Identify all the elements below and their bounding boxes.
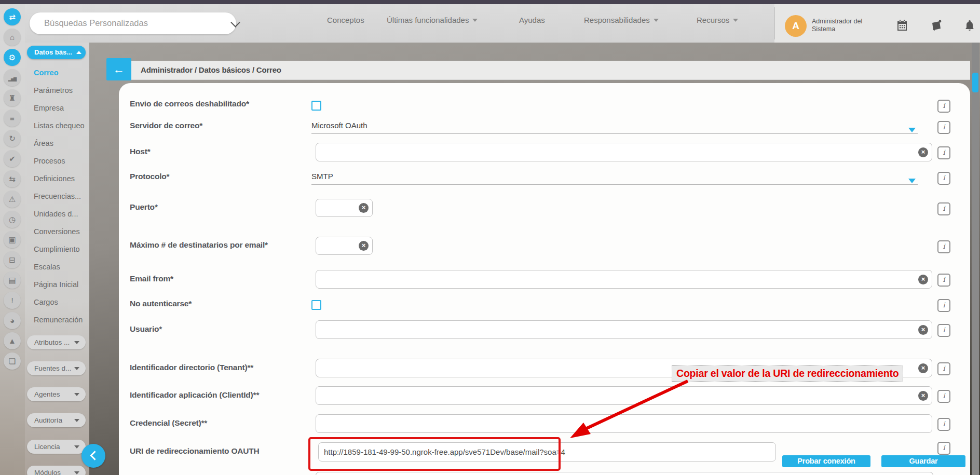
sidebar-item-remuneracion[interactable]: Remuneración bbox=[34, 316, 88, 324]
field-label-protocolo: Protocolo* bbox=[130, 172, 311, 181]
sidebar-item-unidades[interactable]: Unidades d... bbox=[34, 210, 88, 218]
sidebar-item-listas-chequeo[interactable]: Listas chequeo bbox=[34, 121, 88, 130]
scrollbar-thumb[interactable] bbox=[972, 73, 978, 92]
nav-responsabilidades[interactable]: Responsabilidades bbox=[584, 16, 659, 24]
sidebar-section-datos-basicos[interactable]: Datos bás... bbox=[27, 46, 86, 59]
back-button[interactable]: ← bbox=[106, 58, 131, 80]
pie-chart-icon[interactable]: ◕ bbox=[4, 312, 21, 329]
info-icon[interactable]: i bbox=[937, 442, 950, 455]
field-label-maximo: Máximo # de destinatarios por email* bbox=[130, 240, 311, 250]
nav-ayudas[interactable]: Ayudas bbox=[519, 16, 545, 24]
user-name: Administrador del Sistema bbox=[812, 18, 862, 33]
sidebar-group-agentes[interactable]: Agentes bbox=[27, 387, 86, 401]
field-label-secret: Credencial (Secret)** bbox=[130, 418, 311, 428]
sidebar-item-parametros[interactable]: Parámetros bbox=[34, 86, 88, 94]
chevron-down-icon bbox=[74, 393, 79, 396]
clear-icon[interactable]: × bbox=[918, 275, 928, 284]
avatar[interactable]: A bbox=[785, 15, 807, 37]
email-from-input[interactable] bbox=[316, 270, 932, 289]
info-icon[interactable]: i bbox=[937, 362, 950, 375]
info-icon[interactable]: i bbox=[937, 202, 950, 215]
info-icon[interactable]: i bbox=[937, 418, 950, 431]
bar-chart-icon[interactable]: ▂▅▇ bbox=[4, 69, 21, 86]
chevron-down-icon bbox=[74, 445, 79, 449]
warning-icon[interactable]: ⚠ bbox=[4, 191, 21, 208]
info-icon[interactable]: i bbox=[937, 324, 950, 337]
gear-icon[interactable]: ⚙ bbox=[4, 49, 21, 66]
calendar-icon[interactable] bbox=[896, 19, 908, 32]
notes-icon[interactable] bbox=[930, 19, 943, 32]
info-icon[interactable]: i bbox=[937, 100, 950, 113]
sidebar-group-fuentes[interactable]: Fuentes d... bbox=[27, 361, 86, 375]
sync-icon[interactable]: ↻ bbox=[4, 130, 21, 147]
field-label-tenant: Identificador directorio (Tenant)** bbox=[130, 363, 311, 372]
field-label-clientid: Identificador aplicación (ClientId)** bbox=[130, 390, 311, 400]
save-button[interactable]: Guardar bbox=[881, 455, 965, 467]
usuario-input[interactable] bbox=[316, 320, 932, 339]
chevron-left-icon bbox=[90, 451, 99, 460]
clear-icon[interactable]: × bbox=[918, 363, 928, 373]
book-icon[interactable]: ❏ bbox=[4, 352, 21, 370]
no-autenticarse-checkbox[interactable] bbox=[311, 300, 321, 310]
shuffle-icon[interactable]: ⇄ bbox=[4, 8, 21, 25]
protocolo-select[interactable]: SMTP bbox=[311, 172, 333, 181]
sidebar-group-modulos[interactable]: Módulos bbox=[27, 466, 86, 475]
sidebar-item-definiciones[interactable]: Definiciones bbox=[34, 174, 88, 183]
form-list-icon[interactable]: ▤ bbox=[4, 272, 21, 289]
info-icon[interactable]: i bbox=[937, 121, 950, 134]
sidebar-group-licencia[interactable]: Licencia bbox=[27, 440, 86, 454]
rook-icon[interactable]: ♜ bbox=[4, 89, 21, 106]
select-underline bbox=[311, 184, 918, 185]
sidebar-item-pagina-inicial[interactable]: Página Inicial bbox=[34, 280, 88, 289]
chevron-down-icon bbox=[74, 419, 79, 422]
sidebar-item-areas[interactable]: Áreas bbox=[34, 139, 88, 147]
clock-icon[interactable]: ◷ bbox=[4, 211, 21, 228]
info-icon[interactable]: i bbox=[937, 240, 950, 253]
test-connection-button[interactable]: Probar conexión bbox=[782, 455, 870, 467]
nav-recursos[interactable]: Recursos bbox=[697, 16, 738, 24]
clear-icon[interactable]: × bbox=[918, 147, 928, 157]
scrollbar-track[interactable] bbox=[972, 43, 979, 475]
sidebar-item-escalas[interactable]: Escalas bbox=[34, 263, 88, 271]
sidebar-item-empresa[interactable]: Empresa bbox=[34, 104, 88, 112]
sidebar-item-cargos[interactable]: Cargos bbox=[34, 298, 88, 306]
info-icon[interactable]: i bbox=[937, 172, 950, 185]
clear-icon[interactable]: × bbox=[918, 391, 928, 401]
info-icon[interactable]: i bbox=[937, 146, 950, 159]
custom-searches-dropdown[interactable]: Búsquedas Personalizadas bbox=[30, 12, 236, 34]
clear-icon[interactable]: × bbox=[359, 241, 369, 251]
sidebar-group-auditoria[interactable]: Auditoría bbox=[27, 413, 86, 427]
dropdown-arrow-icon[interactable] bbox=[908, 128, 916, 132]
host-input[interactable] bbox=[316, 143, 932, 161]
sidebar-item-correo[interactable]: Correo bbox=[34, 69, 88, 77]
info-icon[interactable]: i bbox=[937, 299, 950, 312]
home-icon[interactable]: ⌂ bbox=[4, 29, 21, 46]
nav-ultimas-funcionalidades[interactable]: Últimas funcionalidades bbox=[387, 16, 478, 24]
chevron-down-icon bbox=[654, 19, 659, 22]
presentation-icon[interactable]: ⊟ bbox=[4, 251, 21, 268]
exclamation-icon[interactable]: ! bbox=[4, 292, 21, 309]
envio-checkbox[interactable] bbox=[311, 101, 321, 111]
bell-icon[interactable] bbox=[963, 19, 976, 32]
dropdown-arrow-icon[interactable] bbox=[908, 179, 916, 183]
clear-icon[interactable]: × bbox=[918, 325, 928, 335]
briefcase-icon[interactable]: ▣ bbox=[4, 231, 21, 248]
chevron-down-icon bbox=[74, 471, 79, 474]
custom-searches-label: Búsquedas Personalizadas bbox=[44, 18, 148, 28]
sidebar-collapse-button[interactable] bbox=[81, 444, 105, 468]
clear-icon[interactable]: × bbox=[359, 203, 369, 213]
sliders-icon[interactable]: ⇆ bbox=[4, 170, 21, 187]
sidebar-item-procesos[interactable]: Procesos bbox=[34, 157, 88, 165]
check-icon[interactable]: ✔ bbox=[4, 150, 21, 167]
database-icon[interactable]: ≡ bbox=[4, 110, 21, 127]
info-icon[interactable]: i bbox=[937, 274, 950, 287]
sidebar-item-cumplimiento[interactable]: Cumplimiento bbox=[34, 245, 88, 253]
servidor-select[interactable]: Microsoft OAuth bbox=[311, 121, 367, 130]
nav-conceptos[interactable]: Conceptos bbox=[327, 16, 364, 24]
info-icon[interactable]: i bbox=[937, 390, 950, 403]
annotation-arrow bbox=[561, 377, 696, 444]
pyramid-icon[interactable]: ▲ bbox=[4, 332, 21, 349]
sidebar-item-frecuencias[interactable]: Frecuencias... bbox=[34, 192, 88, 200]
sidebar-group-atributos[interactable]: Atributos ... bbox=[27, 335, 86, 349]
sidebar-item-conversiones[interactable]: Conversiones bbox=[34, 227, 88, 236]
